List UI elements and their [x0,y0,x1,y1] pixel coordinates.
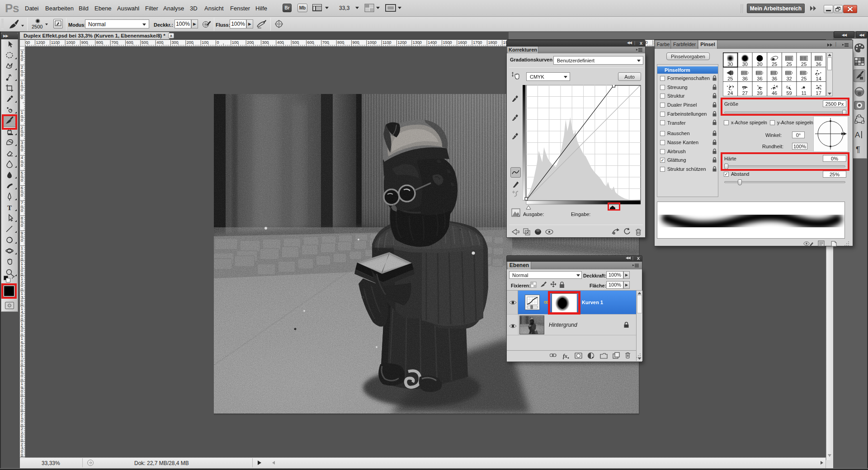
svg-text:900: 900 [81,40,88,45]
svg-text:0: 0 [21,95,23,100]
svg-text:1500: 1500 [443,40,452,45]
svg-text:800: 800 [96,40,103,45]
svg-text:1100: 1100 [382,40,391,45]
svg-text:1600: 1600 [458,40,467,45]
svg-text:36: 36 [816,61,821,67]
svg-text:500: 500 [142,40,148,45]
svg-text:1100: 1100 [51,40,60,45]
svg-text:39: 39 [757,90,762,96]
svg-text:100: 100 [202,40,208,45]
svg-text:25: 25 [801,61,807,67]
svg-text:0: 0 [21,88,23,92]
svg-text:300: 300 [172,40,179,45]
svg-text:1000: 1000 [66,40,75,45]
svg-text:30: 30 [742,61,748,67]
svg-text:0: 0 [21,148,23,152]
svg-text:0: 0 [21,223,23,228]
svg-text:25: 25 [801,76,807,81]
svg-text:800: 800 [337,40,344,45]
svg-text:200: 200 [187,40,193,45]
svg-text:59: 59 [786,90,792,96]
svg-text:1200: 1200 [398,40,407,45]
svg-text:46: 46 [772,90,777,96]
svg-text:T: T [7,204,12,212]
svg-text:P: P [5,2,13,14]
svg-text:700: 700 [111,40,118,45]
svg-text:0: 0 [21,193,23,197]
svg-text:1400: 1400 [428,40,437,45]
svg-text:24: 24 [727,90,733,96]
svg-text:25: 25 [727,76,733,81]
svg-text:100: 100 [232,40,239,45]
svg-text:300: 300 [262,40,269,45]
svg-text:0: 0 [21,178,23,183]
svg-text:1300: 1300 [413,40,422,45]
svg-text:27: 27 [742,90,748,96]
svg-text:200: 200 [247,40,254,45]
svg-text:0: 0 [21,47,23,47]
svg-text:500: 500 [292,40,299,45]
svg-text:0: 0 [21,73,23,77]
svg-text:1200: 1200 [36,40,45,45]
svg-text:600: 600 [307,40,314,45]
svg-text:0: 0 [21,163,23,168]
svg-text:fx: fx [563,353,567,359]
svg-text:30: 30 [727,61,733,67]
svg-text:400: 400 [156,40,163,45]
svg-text:14: 14 [816,76,821,81]
svg-text:0: 0 [21,133,23,137]
svg-text:s: s [13,2,19,14]
svg-text:30: 30 [757,61,762,67]
svg-text:36: 36 [742,76,748,81]
svg-text:1800: 1800 [488,40,497,45]
svg-text:25: 25 [772,61,777,67]
svg-text:900: 900 [353,40,359,45]
svg-text:36: 36 [772,76,777,81]
svg-text:0: 0 [21,238,23,243]
svg-text:0: 0 [21,118,23,122]
svg-text:25: 25 [786,61,792,67]
svg-text:17: 17 [816,90,821,96]
svg-text:¶: ¶ [856,145,860,154]
svg-text:700: 700 [322,40,329,45]
svg-text:600: 600 [127,40,133,45]
svg-text:1000: 1000 [368,40,377,45]
svg-text:1700: 1700 [473,40,482,45]
svg-text:32: 32 [786,76,792,81]
svg-text:36: 36 [757,76,762,81]
svg-text:0: 0 [217,40,219,45]
svg-text:A: A [855,131,860,139]
svg-text:11: 11 [801,90,806,96]
svg-text:400: 400 [277,40,284,45]
svg-text:0: 0 [21,57,23,62]
svg-text:0: 0 [21,208,23,213]
